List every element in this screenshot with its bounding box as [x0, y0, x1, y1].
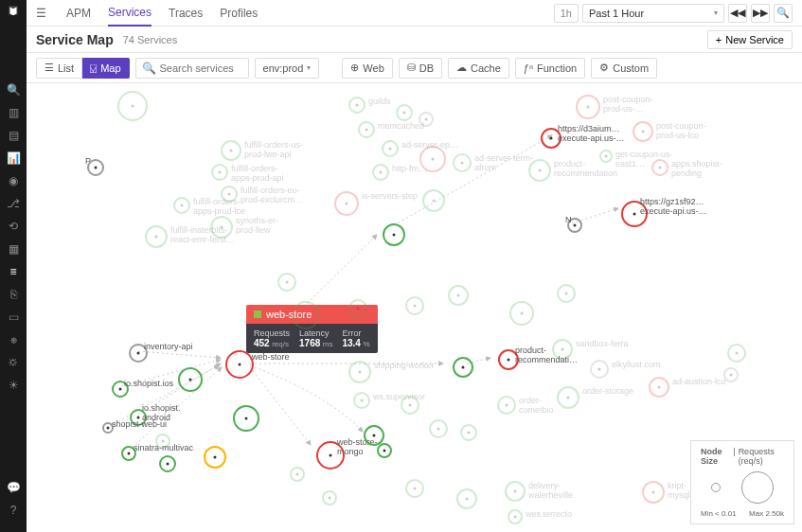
service-node[interactable]: delivery-walerheville: [505, 481, 526, 502]
integrations-icon[interactable]: ◉: [7, 174, 20, 187]
filter-db[interactable]: ⛁DB: [399, 58, 442, 79]
service-node[interactable]: [456, 488, 477, 509]
service-node[interactable]: guilds: [348, 97, 365, 114]
service-node[interactable]: fulfill-inaterblts-react-emr-ferst…: [145, 225, 168, 248]
service-node[interactable]: [277, 273, 296, 292]
env-filter[interactable]: env:prod▾: [255, 58, 320, 79]
service-node[interactable]: [557, 284, 576, 303]
service-node[interactable]: [727, 344, 746, 363]
menu-icon[interactable]: ☰: [36, 7, 49, 20]
service-node[interactable]: ad-server-term-afrom: [453, 153, 472, 172]
chat-icon[interactable]: 💬: [7, 481, 20, 494]
filter-function[interactable]: ƒⁿFunction: [515, 58, 585, 79]
time-period[interactable]: 1h: [554, 4, 579, 23]
service-node[interactable]: [159, 455, 176, 472]
time-prev[interactable]: ◀◀: [728, 4, 747, 23]
service-node[interactable]: [509, 301, 534, 326]
apm-icon[interactable]: ⎇: [7, 197, 20, 210]
service-node[interactable]: web-store-mongo: [316, 441, 345, 470]
dashboards-icon[interactable]: ▥: [7, 106, 20, 119]
service-node[interactable]: [405, 479, 424, 498]
service-node[interactable]: ad-server-ep…: [382, 140, 399, 157]
service-node[interactable]: [460, 424, 477, 441]
new-service-button[interactable]: +New Service: [707, 30, 793, 49]
logo-icon[interactable]: [7, 4, 20, 17]
ci-icon[interactable]: ⟲: [7, 220, 20, 233]
nav-services[interactable]: Services: [108, 0, 151, 27]
service-node[interactable]: shipping-worker: [348, 361, 371, 383]
filter-custom[interactable]: ⚙Custom: [591, 58, 657, 79]
service-node[interactable]: [178, 367, 203, 392]
service-node[interactable]: [429, 419, 448, 438]
service-node[interactable]: N: [567, 218, 582, 233]
view-map[interactable]: ⍌Map: [82, 58, 129, 79]
service-node[interactable]: https://d3aium…execute-api.us-…: [541, 128, 561, 149]
service-node[interactable]: [377, 443, 392, 458]
service-node[interactable]: [448, 285, 469, 306]
service-node[interactable]: [292, 301, 320, 329]
service-node[interactable]: elkyllust.com: [590, 360, 609, 379]
help-icon[interactable]: ?: [7, 504, 20, 517]
service-node[interactable]: [422, 189, 445, 212]
service-node[interactable]: sinatra-multivac: [121, 446, 136, 461]
service-node[interactable]: apps.shopist-pending: [651, 159, 668, 176]
nav-apm[interactable]: APM: [66, 1, 91, 26]
service-node[interactable]: fulfill-orders-apps-prod-api: [211, 164, 228, 181]
rum-icon[interactable]: ⎈: [7, 333, 20, 346]
service-node[interactable]: [383, 223, 405, 246]
service-node[interactable]: inventory-api: [129, 344, 148, 363]
service-node[interactable]: kript-mysqlubo…: [642, 481, 665, 504]
service-node[interactable]: product-recommendati…: [498, 349, 519, 370]
notebooks-icon[interactable]: ▭: [7, 310, 20, 324]
service-node[interactable]: ad-austion-lco: [649, 377, 669, 398]
service-node[interactable]: product-recommendation: [528, 159, 551, 182]
service-node[interactable]: [405, 296, 424, 315]
service-node[interactable]: [290, 467, 305, 482]
service-node[interactable]: fulfill-orders-apps-prod-lce: [173, 197, 190, 214]
service-node[interactable]: [453, 357, 473, 378]
service-node[interactable]: fulfill-orders-us-prod-lwe-api: [221, 140, 241, 161]
service-map-canvas[interactable]: web-store Requests452 req/s Latency1768 …: [27, 83, 802, 532]
service-node[interactable]: P: [87, 159, 104, 176]
logs-icon[interactable]: ⎘: [7, 288, 20, 301]
filter-web[interactable]: ⊕Web: [342, 58, 392, 79]
more-icon[interactable]: ☀: [7, 379, 20, 392]
monitors-icon[interactable]: ▦: [7, 242, 20, 256]
service-node[interactable]: synoths-er-prod-llew: [210, 216, 233, 239]
service-node[interactable]: [233, 405, 259, 432]
search-services[interactable]: 🔍: [135, 58, 249, 79]
service-node[interactable]: ws.supervisor: [353, 392, 370, 409]
service-node[interactable]: post-coupon-prod-us-…: [576, 95, 600, 119]
service-node[interactable]: shopist-web-ui: [102, 422, 114, 434]
nav-traces[interactable]: Traces: [169, 1, 203, 26]
service-node[interactable]: web-store: [225, 350, 254, 379]
infrastructure-icon[interactable]: ▤: [7, 129, 20, 142]
time-range[interactable]: Past 1 Hour▾: [582, 4, 724, 23]
search-input[interactable]: [160, 62, 242, 74]
service-node[interactable]: io.shopist.ios: [112, 381, 129, 398]
service-node[interactable]: [348, 299, 367, 318]
service-node[interactable]: sandbox-ferra: [552, 339, 573, 360]
global-search[interactable]: 🔍: [774, 4, 793, 23]
service-node[interactable]: [322, 490, 337, 505]
nav-profiles[interactable]: Profiles: [220, 1, 258, 26]
search-icon[interactable]: 🔍: [7, 83, 20, 97]
service-node[interactable]: https://gz1sf92…execute-api.us-…: [621, 201, 648, 227]
service-node[interactable]: [204, 446, 226, 469]
service-node[interactable]: [117, 91, 148, 121]
service-node[interactable]: post-coupon-prod-us-lco: [633, 121, 653, 142]
service-node[interactable]: memcached: [358, 121, 375, 138]
synthetics-icon[interactable]: ⛭: [7, 356, 20, 369]
time-next[interactable]: ▶▶: [751, 4, 770, 23]
service-node[interactable]: is-servers-step: [334, 191, 359, 216]
service-node[interactable]: order-cometbio: [497, 396, 516, 415]
service-node[interactable]: [396, 104, 413, 121]
metrics-icon[interactable]: 📊: [7, 151, 20, 165]
service-node[interactable]: [155, 434, 170, 449]
service-node[interactable]: wes.terrecto: [508, 509, 523, 524]
service-node[interactable]: http-fm…: [372, 164, 389, 181]
service-node[interactable]: order-storage: [557, 386, 579, 409]
view-list[interactable]: ☰List: [36, 58, 82, 79]
service-node[interactable]: [419, 146, 446, 172]
filter-cache[interactable]: ☁Cache: [448, 58, 509, 79]
